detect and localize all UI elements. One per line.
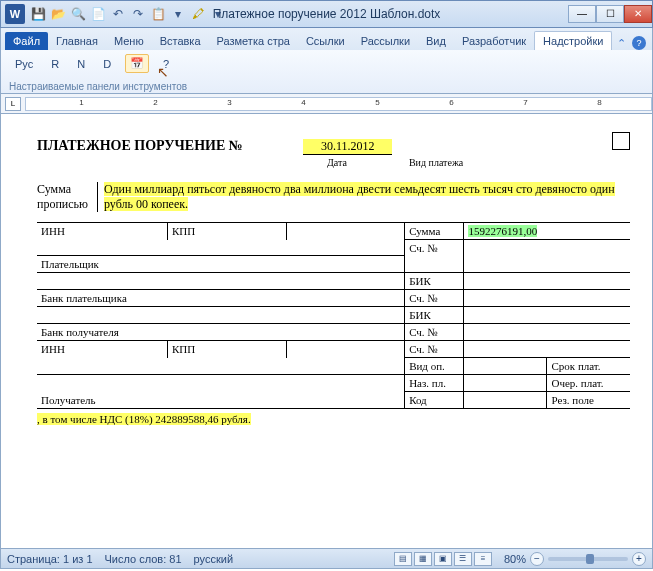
sum-words-text: Один миллиард пятьсот девяносто два милл… [97,182,630,212]
zoom-value[interactable]: 80% [504,553,526,565]
zoom-slider[interactable] [548,557,628,561]
status-lang[interactable]: русский [194,553,233,565]
zoom-control: 80% − + [504,552,646,566]
status-page[interactable]: Страница: 1 из 1 [7,553,93,565]
cell-bik1: БИК [405,273,464,290]
horizontal-ruler[interactable]: 1 2 3 4 5 6 7 8 9 10 11 12 13 14 [25,97,652,111]
payment-form-table: ИНН КПП Сумма 1592276191,00 Сч. № Плател… [37,222,630,409]
tab-layout[interactable]: Разметка стра [209,32,298,50]
cell-rez: Рез. поле [547,392,630,409]
addin-n-button[interactable]: N [73,56,89,72]
tab-selector[interactable]: L [5,97,21,111]
highlight-icon[interactable]: 🖍 [189,5,207,23]
view-outline[interactable]: ☰ [454,552,472,566]
cell-kpp: КПП [167,223,286,240]
titlebar: W 💾 📂 🔍 📄 ↶ ↷ 📋 ▾ 🖍 ▾ Платежное поручени… [0,0,653,28]
redo-icon[interactable]: ↷ [129,5,147,23]
zoom-thumb[interactable] [586,554,594,564]
status-words[interactable]: Число слов: 81 [105,553,182,565]
new-icon[interactable]: 📄 [89,5,107,23]
tab-insert[interactable]: Вставка [152,32,209,50]
cell-acct2: Сч. № [405,290,464,307]
cell-ocher: Очер. плат. [547,375,630,392]
tab-home[interactable]: Главная [48,32,106,50]
cell-kod: Код [405,392,464,409]
view-draft[interactable]: ≡ [474,552,492,566]
quick-access-toolbar: 💾 📂 🔍 📄 ↶ ↷ 📋 ▾ 🖍 ▾ [29,5,227,23]
addin-d-button[interactable]: D [99,56,115,72]
save-icon[interactable]: 💾 [29,5,47,23]
cell-acct4: Сч. № [405,341,464,358]
tab-menu[interactable]: Меню [106,32,152,50]
addin-help-button[interactable]: ? [159,56,173,72]
paste-icon[interactable]: 📋 [149,5,167,23]
date-label: Дата [327,157,347,168]
addin-numword-button[interactable]: 📅 [125,54,149,73]
view-web[interactable]: ▣ [434,552,452,566]
qat-more-icon[interactable]: ▾ [169,5,187,23]
cell-vidop: Вид оп. [405,358,464,375]
open-icon[interactable]: 📂 [49,5,67,23]
cell-sum-value: 1592276191,00 [464,223,630,240]
tab-developer[interactable]: Разработчик [454,32,534,50]
cell-inn: ИНН [37,223,167,240]
minimize-ribbon-icon[interactable]: ⌃ [614,36,628,50]
cell-payer: Плательщик [37,256,405,273]
undo-icon[interactable]: ↶ [109,5,127,23]
cell-inn2: ИНН [37,341,167,358]
tab-references[interactable]: Ссылки [298,32,353,50]
cell-payer-bank: Банк плательщика [37,290,405,307]
view-buttons: ▤ ▦ ▣ ☰ ≡ [394,552,492,566]
cell-bik2: БИК [405,307,464,324]
addin-rus-button[interactable]: Рус [11,56,37,72]
ribbon-body: Рус R N D 📅 ? ↖ Настраиваемые панели инс… [0,50,653,94]
doc-date: 30.11.2012 [303,139,393,155]
tab-view[interactable]: Вид [418,32,454,50]
cell-recipient: Получатель [37,375,405,409]
zoom-out-button[interactable]: − [530,552,544,566]
maximize-button[interactable]: ☐ [596,5,624,23]
sum-words-label: Сумма прописью [37,182,97,212]
cell-srok: Срок плат. [547,358,630,375]
view-print-layout[interactable]: ▤ [394,552,412,566]
ruler-row: L 1 2 3 4 5 6 7 8 9 10 11 12 13 14 [0,94,653,114]
document-area[interactable]: ПЛАТЕЖНОЕ ПОРУЧЕНИЕ № 30.11.2012 Дата Ви… [0,114,653,549]
word-app-icon: W [5,4,25,24]
cell-acct3: Сч. № [405,324,464,341]
window-controls: — ☐ ✕ [568,6,652,23]
preview-icon[interactable]: 🔍 [69,5,87,23]
addin-r-button[interactable]: R [47,56,63,72]
ribbon-group-label: Настраиваемые панели инструментов [9,81,187,92]
tab-mailings[interactable]: Рассылки [353,32,418,50]
help-icon[interactable]: ? [632,36,646,50]
doc-title: ПЛАТЕЖНОЕ ПОРУЧЕНИЕ № [37,138,243,154]
cell-acct1: Сч. № [405,240,464,273]
cell-sum-label: Сумма [405,223,464,240]
ribbon-tabs: Файл Главная Меню Вставка Разметка стра … [0,28,653,50]
statusbar: Страница: 1 из 1 Число слов: 81 русский … [0,549,653,569]
cell-kpp2: КПП [167,341,286,358]
window-title: Платежное поручение 2012 Шаблон.dotx [213,7,441,21]
ruler-numbers: 1 2 3 4 5 6 7 8 9 10 11 12 13 14 [26,98,652,107]
cell-nazpl: Наз. пл. [405,375,464,392]
doc-checkbox [612,132,630,150]
minimize-button[interactable]: — [568,5,596,23]
close-button[interactable]: ✕ [624,5,652,23]
view-full-read[interactable]: ▦ [414,552,432,566]
vat-line: , в том числе НДС (18%) 242889588,46 руб… [37,413,630,425]
zoom-in-button[interactable]: + [632,552,646,566]
document-page: ПЛАТЕЖНОЕ ПОРУЧЕНИЕ № 30.11.2012 Дата Ви… [1,114,652,433]
cell-recip-bank: Банк получателя [37,324,405,341]
tab-addins[interactable]: Надстройки [534,31,612,50]
tab-file[interactable]: Файл [5,32,48,50]
payment-type-label: Вид платежа [409,157,463,168]
